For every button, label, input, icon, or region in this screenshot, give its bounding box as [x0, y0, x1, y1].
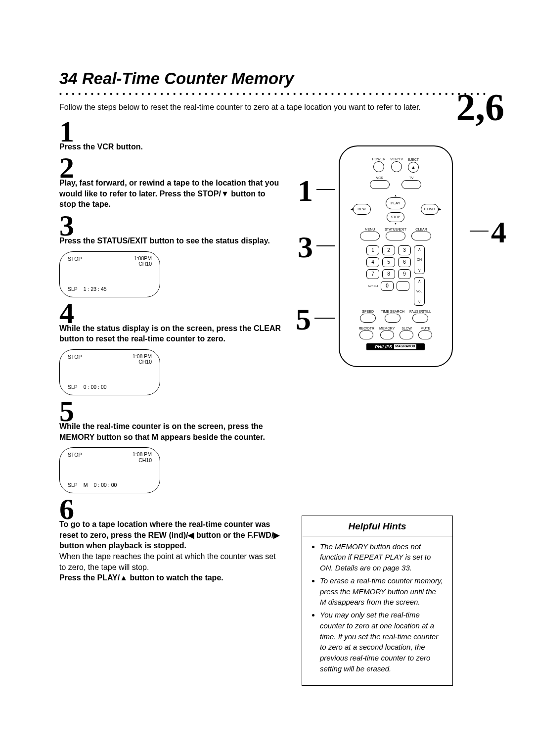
- disp4-time: 1:08 PM: [133, 353, 152, 359]
- tick-1: [316, 189, 335, 190]
- step-4-number: 4: [59, 301, 282, 325]
- callout-1: 1: [298, 173, 313, 208]
- lbl-vcrtv: VCR/TV: [390, 157, 403, 161]
- disp5-counter: 0 : 00 : 00: [94, 482, 117, 488]
- lbl-recotr: REC/OTR: [359, 327, 375, 330]
- key-3[interactable]: 3: [398, 245, 411, 255]
- lbl-altch: ALT.CH: [368, 284, 378, 287]
- lbl-pause: PAUSE/STILL: [409, 310, 431, 313]
- tick-4: [470, 231, 489, 232]
- key-5[interactable]: 5: [382, 257, 395, 267]
- tick-3: [316, 245, 335, 246]
- disp5-stop: STOP: [68, 452, 82, 463]
- status-display-3: STOP 1:08PM CH10 SLP 1 : 23 : 45: [59, 251, 160, 297]
- rew-button[interactable]: REW: [353, 204, 371, 215]
- disp5-slp: SLP: [68, 482, 78, 488]
- hint-2: To erase a real-time counter memory, pre…: [320, 575, 444, 608]
- lbl-power: POWER: [372, 157, 385, 161]
- tv-button[interactable]: [401, 180, 421, 189]
- step-1-text: Press the VCR button.: [59, 142, 282, 152]
- step-6b: When the tape reaches the point at which…: [59, 552, 276, 571]
- callout-5: 5: [296, 302, 311, 337]
- disp3-stop: STOP: [68, 256, 82, 267]
- speed-button[interactable]: [360, 314, 376, 323]
- step-3-text: Press the STATUS/EXIT button to see the …: [59, 236, 282, 246]
- pause-button[interactable]: [412, 314, 428, 323]
- disp5-time: 1:08 PM: [133, 451, 152, 457]
- title-text: Real-Time Counter Memory: [82, 69, 294, 88]
- vcr-button[interactable]: [370, 180, 390, 189]
- key-8[interactable]: 8: [382, 269, 395, 279]
- step-5-number: 5: [59, 399, 282, 423]
- vol-rocker[interactable]: ∧VOL∨: [414, 277, 425, 306]
- play-button[interactable]: PLAY: [386, 197, 405, 209]
- step-6a: To go to a tape location where the real-…: [59, 520, 279, 550]
- lbl-slow: SLOW: [400, 327, 413, 330]
- disp4-stop: STOP: [68, 354, 82, 365]
- status-display-4: STOP 1:08 PM CH10 SLP 0 : 00 : 00: [59, 349, 160, 395]
- key-9[interactable]: 9: [398, 269, 411, 279]
- lbl-status: STATUS/EXIT: [385, 228, 406, 231]
- slow-button[interactable]: [400, 331, 413, 339]
- tick-5: [314, 318, 335, 319]
- brand-magnavox: MAGNAVOX: [394, 344, 416, 349]
- brand-philips: PHILIPS: [375, 344, 392, 349]
- ffwd-button[interactable]: F.FWD: [421, 204, 439, 215]
- hint-3: You may only set the real-time counter t…: [320, 610, 444, 674]
- key-4[interactable]: 4: [366, 257, 379, 267]
- disp4-counter: 0 : 00 : 00: [84, 384, 107, 390]
- callout-3: 3: [298, 230, 313, 265]
- callout-2-6: 2,6: [456, 85, 505, 130]
- step-4-text: While the status display is on the scree…: [59, 323, 282, 344]
- ch-rocker[interactable]: ∧CH∨: [414, 245, 425, 274]
- clear-button[interactable]: [411, 232, 431, 240]
- key-2[interactable]: 2: [382, 245, 395, 255]
- power-button[interactable]: [373, 161, 384, 172]
- step-1-number: 1: [59, 120, 282, 143]
- key-6[interactable]: 6: [398, 257, 411, 267]
- key-7[interactable]: 7: [366, 269, 379, 279]
- disp4-ch: CH10: [138, 359, 152, 365]
- status-display-5: STOP 1:08 PM CH10 SLP M 0 : 00 : 00: [59, 447, 160, 493]
- key-1[interactable]: 1: [366, 245, 379, 255]
- remote-diagram: POWER VCR/TV EJECT▲ VCR TV ▲ PLAY: [339, 145, 453, 367]
- disp3-slp: SLP: [68, 286, 78, 292]
- hints-title: Helpful Hints: [302, 521, 452, 536]
- recotr-button[interactable]: [359, 331, 373, 339]
- disp4-slp: SLP: [68, 384, 78, 390]
- vcrtv-button[interactable]: [391, 161, 402, 172]
- step-6-text: To go to a tape location where the real-…: [59, 519, 282, 583]
- lbl-tsearch: TIME SEARCH: [381, 310, 404, 313]
- separator-dots: • • • • • • • • • • • • • • • • • • • • …: [59, 90, 490, 98]
- status-exit-button[interactable]: [386, 232, 405, 240]
- key-0[interactable]: 0: [381, 281, 394, 291]
- disp3-ch: CH10: [138, 261, 152, 267]
- step-3-number: 3: [59, 214, 282, 237]
- mute-button[interactable]: [418, 331, 432, 339]
- callout-4: 4: [491, 215, 506, 250]
- eject-button[interactable]: ▲: [408, 162, 419, 173]
- lbl-tv: TV: [401, 176, 421, 180]
- lbl-menu: MENU: [360, 228, 380, 231]
- lbl-speed: SPEED: [360, 310, 376, 313]
- step-2-text: Play, fast forward, or rewind a tape to …: [59, 178, 282, 210]
- key-altch[interactable]: [397, 281, 409, 291]
- intro-text: Follow the steps below to reset the real…: [59, 102, 490, 113]
- helpful-hints-box: Helpful Hints The MEMORY button does not…: [302, 516, 453, 686]
- stop-button[interactable]: STOP: [387, 212, 404, 222]
- disp5-ch: CH10: [138, 457, 152, 463]
- memory-button[interactable]: [380, 331, 394, 339]
- step-5-text: While the real-time counter is on the sc…: [59, 421, 282, 442]
- menu-button[interactable]: [360, 232, 380, 240]
- lbl-vcr: VCR: [370, 176, 390, 180]
- lbl-mute: MUTE: [418, 327, 432, 330]
- lbl-memory: MEMORY: [379, 327, 395, 330]
- time-search-button[interactable]: [385, 314, 400, 323]
- disp3-counter: 1 : 23 : 45: [84, 286, 107, 292]
- hint-1: The MEMORY button does not function if R…: [320, 541, 444, 573]
- step-6c: Press the PLAY/▲ button to watch the tap…: [59, 573, 223, 582]
- disp3-time: 1:08PM: [134, 255, 152, 261]
- step-2-number: 2: [59, 156, 282, 180]
- step-6-number: 6: [59, 497, 282, 521]
- page-title: 34 Real-Time Counter Memory: [59, 69, 490, 88]
